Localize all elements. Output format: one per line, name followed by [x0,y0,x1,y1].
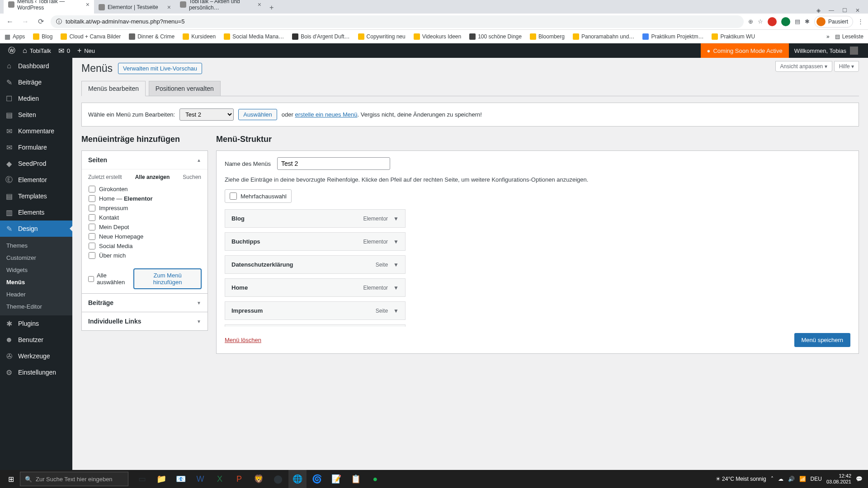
accordion-posts[interactable]: Beiträge ▼ [82,294,208,312]
bookmark-item[interactable]: ▦Apps [5,33,25,40]
feature-icon[interactable]: ◈ [816,7,821,14]
browser-tab[interactable]: Menüs ‹ TobiTalk — WordPress × [4,0,94,14]
page-checkbox-item[interactable]: Neue Homepage [89,232,199,241]
sidebar-item-einstellungen[interactable]: ⚙Einstellungen [0,364,72,380]
close-icon[interactable]: × [258,1,261,8]
reload-icon[interactable]: ⟳ [35,17,46,26]
screen-options-toggle[interactable]: Ansicht anpassen ▾ [775,61,832,72]
browser-tab[interactable]: Elementor | Testseite × [94,1,175,14]
chevron-down-icon[interactable]: ▼ [393,216,399,222]
sidebar-item-seiten[interactable]: ▤Seiten [0,107,72,123]
profile-button[interactable]: Pausiert [814,16,853,28]
add-to-menu-button[interactable]: Zum Menü hinzufügen [134,269,201,289]
zoom-icon[interactable]: ⊕ [748,18,753,25]
chevron-down-icon[interactable]: ▼ [393,262,399,268]
bookmark-item[interactable]: Dinner & Crime [129,33,175,40]
menu-structure-item[interactable]: HomeElementor▼ [225,278,406,297]
create-menu-link[interactable]: erstelle ein neues Menü [295,111,357,118]
page-checkbox-item[interactable]: Impressum [89,203,199,213]
tab-recent[interactable]: Zuletzt erstellt [88,174,122,180]
chevron-down-icon[interactable]: ▼ [393,308,399,314]
site-name-link[interactable]: ⌂TobiTalk [19,43,55,58]
chevron-down-icon[interactable]: ▼ [393,239,399,245]
live-preview-button[interactable]: Verwalten mit Live-Vorschau [118,63,202,74]
back-icon[interactable]: ← [5,18,15,26]
sidebar-item-beiträge[interactable]: ✎Beiträge [0,74,72,90]
page-list[interactable]: GirokontenHome — ElementorImpressumKonta… [88,184,201,261]
tab-edit-menus[interactable]: Menüs bearbeiten [81,81,146,96]
submenu-item-menüs[interactable]: Menüs [0,276,72,288]
page-checkbox-item[interactable]: Home — Elementor [89,194,199,203]
coming-soon-badge[interactable]: ● Coming Soon Mode Active [701,43,789,58]
select-all-checkbox[interactable]: Alle auswählen [88,272,134,286]
page-checkbox-item[interactable]: Kontakt [89,213,199,222]
forward-icon[interactable]: → [20,18,31,26]
extension-icon[interactable] [768,17,777,26]
sidebar-item-elements[interactable]: ▥Elements [0,204,72,221]
bookmark-item[interactable]: Praktikum WU [712,33,755,40]
menu-name-input[interactable] [277,157,390,170]
select-button[interactable]: Auswählen [238,109,277,120]
bookmark-item[interactable]: Social Media Mana… [224,33,284,40]
bookmark-item[interactable]: B100 schöne Dinge [469,33,522,40]
sidebar-item-elementor[interactable]: ⒺElementor [0,172,72,188]
chevron-down-icon[interactable]: ▼ [393,285,399,291]
bookmark-item[interactable]: Bloomberg [530,33,565,40]
submenu-item-customizer[interactable]: Customizer [0,252,72,264]
bookmark-item[interactable]: Kursideen [183,33,216,40]
sidebar-item-medien[interactable]: ☐Medien [0,90,72,107]
help-toggle[interactable]: Hilfe ▾ [834,61,859,72]
maximize-icon[interactable]: ☐ [842,7,847,14]
close-icon[interactable]: ✕ [855,7,860,14]
tab-manage-locations[interactable]: Positionen verwalten [149,81,221,96]
address-bar[interactable]: ⓘ tobitalk.at/wp-admin/nav-menus.php?men… [51,15,744,28]
menu-structure-item[interactable]: DatenschutzerklärungSeite▼ [225,255,406,274]
menu-select[interactable]: Test 2 [179,108,234,121]
sidebar-item-werkzeuge[interactable]: ✇Werkzeuge [0,348,72,364]
minimize-icon[interactable]: — [829,7,834,14]
bookmark-star-icon[interactable]: ☆ [758,18,763,25]
menu-structure-item[interactable]: BuchtippsElementor▼ [225,232,406,251]
new-tab-button[interactable]: + [266,2,277,14]
submenu-item-widgets[interactable]: Widgets [0,264,72,276]
menu-structure-item[interactable]: BlogElementor▼ [225,209,406,228]
sidebar-item-plugins[interactable]: ✱Plugins [0,315,72,332]
sidebar-item-design[interactable]: ✎Design [0,221,72,237]
sidebar-item-dashboard[interactable]: ⌂Dashboard [0,58,72,74]
user-greeting[interactable]: Willkommen, Tobias [789,47,863,55]
bookmark-item[interactable]: Copywriting neu [358,33,406,40]
bookmark-item[interactable]: Cloud + Canva Bilder [61,33,121,40]
submenu-item-theme-editor[interactable]: Theme-Editor [0,300,72,313]
tab-view-all[interactable]: Alle anzeigen [135,174,170,180]
sidebar-item-formulare[interactable]: ✉Formulare [0,139,72,155]
page-checkbox-item[interactable]: Über mich [89,251,199,260]
bookmark-item[interactable]: Bois d'Argent Duft… [292,33,349,40]
tab-search[interactable]: Suchen [183,174,201,180]
sidebar-item-benutzer[interactable]: ☻Benutzer [0,332,72,348]
overflow-icon[interactable]: » [826,33,830,40]
new-content-menu[interactable]: +Neu [74,43,99,58]
page-checkbox-item[interactable]: Girokonten [89,184,199,194]
accordion-pages[interactable]: Seiten ▲ [82,151,208,169]
sidebar-item-templates[interactable]: ▤Templates [0,188,72,204]
delete-menu-link[interactable]: Menü löschen [225,337,261,343]
submenu-item-themes[interactable]: Themes [0,239,72,252]
extension-icon[interactable] [781,17,790,26]
browser-tab[interactable]: TobiTalk – Aktien und persönlich… × [175,0,266,14]
extensions-icon[interactable]: ✱ [805,18,810,25]
accordion-custom-links[interactable]: Individuelle Links ▼ [82,312,208,330]
reading-list-icon[interactable]: ▤ [795,18,800,25]
sidebar-item-seedprod[interactable]: ◆SeedProd [0,155,72,172]
save-menu-button[interactable]: Menü speichern [794,333,851,347]
page-checkbox-item[interactable]: Social Media [89,241,199,251]
sidebar-item-kommentare[interactable]: ✉Kommentare [0,123,72,139]
menu-icon[interactable]: ⋮ [858,18,863,25]
wp-logo-menu[interactable]: ⓦ [5,43,19,58]
bookmark-item[interactable]: Panoramabahn und… [573,33,634,40]
bookmark-item[interactable]: Videokurs Ideen [414,33,462,40]
bookmark-item[interactable]: Blog [33,33,52,40]
bulk-select-checkbox[interactable]: Mehrfachauswahl [225,189,292,203]
site-info-icon[interactable]: ⓘ [56,18,62,26]
close-icon[interactable]: × [86,1,90,8]
reading-list-button[interactable]: ▤ Leseliste [835,33,863,40]
